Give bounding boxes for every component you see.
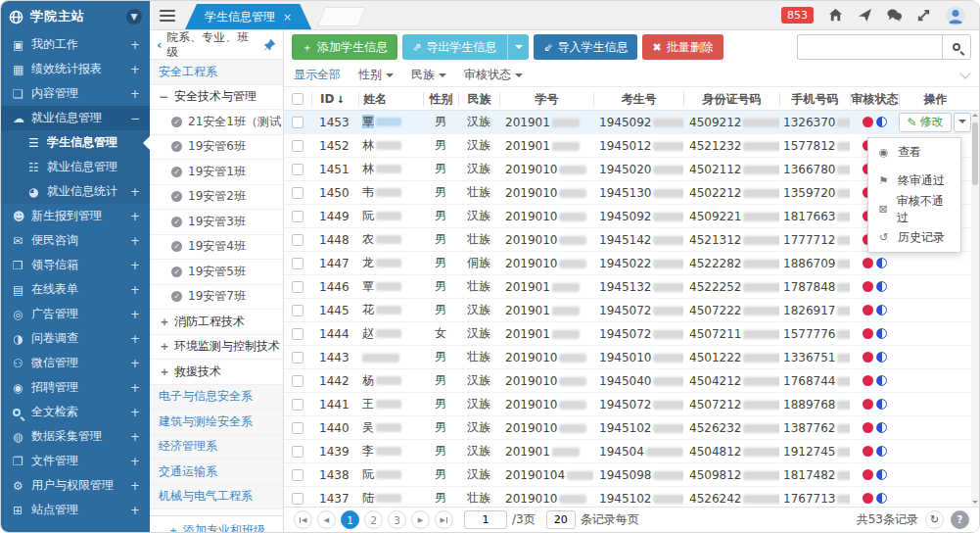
column-header[interactable]: 姓名 xyxy=(358,92,423,106)
tree-item-dept[interactable]: 电子与信息安全系 xyxy=(150,385,283,411)
sidebar-item[interactable]: ❒领导信箱+ xyxy=(1,253,150,277)
expand-icon[interactable]: ＋ xyxy=(159,363,168,380)
tree-item-class[interactable]: ✓19安管6班 xyxy=(150,135,283,161)
sidebar-item[interactable]: ◎广告管理+ xyxy=(1,302,150,326)
student-name[interactable]: 阮 xyxy=(362,209,374,222)
row-checkbox[interactable] xyxy=(292,375,303,387)
row-checkbox[interactable] xyxy=(292,446,303,458)
last-page-button[interactable]: ▶ xyxy=(435,510,453,529)
sidebar-item[interactable]: ◍数据采集管理+ xyxy=(1,424,150,449)
page-button[interactable]: 1 xyxy=(341,510,359,529)
column-header[interactable]: 性别 xyxy=(423,92,458,106)
notifications-badge[interactable]: 853 xyxy=(781,7,814,24)
scrollbar-thumb[interactable] xyxy=(972,122,978,185)
user-avatar[interactable] xyxy=(946,6,965,25)
column-header[interactable]: 民族 xyxy=(458,92,499,106)
student-name[interactable]: 林 xyxy=(362,138,374,152)
row-checkbox[interactable] xyxy=(292,164,303,175)
sidebar-item[interactable]: ▤在线表单+ xyxy=(1,277,150,302)
row-checkbox[interactable] xyxy=(292,140,303,152)
tab-student-info[interactable]: 学生信息管理 × xyxy=(185,4,311,29)
modify-button[interactable]: ✎修改 xyxy=(899,113,951,132)
row-checkbox[interactable] xyxy=(292,234,303,246)
tree-item-class[interactable]: ✓19安管3班 xyxy=(150,210,283,235)
sidebar-item[interactable]: ☰学生信息管理 xyxy=(1,130,150,155)
row-checkbox[interactable] xyxy=(292,305,303,316)
tree-item-dept[interactable]: 安全工程系 xyxy=(150,60,283,85)
page-button[interactable]: 3 xyxy=(388,510,406,529)
sidebar-item[interactable]: ◕就业信息统计+ xyxy=(1,179,150,204)
help-button[interactable]: ? xyxy=(951,510,969,529)
comments-icon[interactable] xyxy=(887,8,902,23)
vertical-scrollbar[interactable] xyxy=(971,111,979,507)
sidebar-item[interactable]: ❏内容管理+ xyxy=(1,81,150,106)
tree-item-dept[interactable]: 交通运输系 xyxy=(150,460,283,485)
student-name[interactable]: 花 xyxy=(362,303,374,316)
filter-status[interactable]: 审核状态 xyxy=(464,67,523,83)
collapse-icon[interactable]: − xyxy=(159,90,168,104)
row-checkbox[interactable] xyxy=(292,469,303,481)
page-size-input[interactable] xyxy=(546,510,576,529)
filter-show-all[interactable]: 显示全部 xyxy=(294,67,341,83)
row-checkbox[interactable] xyxy=(292,493,303,505)
sidebar-item[interactable]: ☁就业信息管理− xyxy=(1,106,150,130)
column-header[interactable]: 考生号 xyxy=(593,92,683,106)
select-all-checkbox[interactable] xyxy=(292,93,303,105)
table-row[interactable]: 1446覃男壮族201901194513245222521787848 xyxy=(284,275,979,299)
table-row[interactable]: 1444赵女汉族201901194507245072111577776 xyxy=(284,322,979,346)
sidebar-item[interactable]: ☻新生报到管理+ xyxy=(1,204,150,228)
scroll-up-arrow[interactable] xyxy=(972,114,978,117)
pin-icon[interactable] xyxy=(263,38,276,51)
student-name[interactable]: 龙 xyxy=(362,256,374,269)
tab-close-icon[interactable]: × xyxy=(283,11,292,24)
search-input[interactable] xyxy=(797,34,942,60)
table-row[interactable]: 1441王男汉族2019010194507245072121889768 xyxy=(284,393,979,416)
row-checkbox[interactable] xyxy=(292,117,303,128)
table-row[interactable]: 1442杨男汉族2019010194504045042121768744 xyxy=(284,369,979,393)
tree-item-dept[interactable]: 建筑与测绘安全系 xyxy=(150,410,283,435)
row-checkbox[interactable] xyxy=(292,187,303,199)
filter-gender[interactable]: 性别 xyxy=(358,67,394,83)
table-row[interactable]: 1439李男汉族20190119450445048121912745 xyxy=(284,440,979,463)
table-row[interactable]: 1437陆男壮族2019010194510245262421767713 xyxy=(284,487,979,507)
tree-item-dept[interactable]: 经济管理系 xyxy=(150,435,283,460)
tree-item-major[interactable]: ＋环境监测与控制技术 xyxy=(150,335,283,361)
sort-desc-icon[interactable]: ↓ xyxy=(336,94,344,105)
sidebar-item[interactable]: ⊞站点管理+ xyxy=(1,498,150,522)
first-page-button[interactable]: ◀ xyxy=(294,510,312,529)
export-student-button[interactable]: ⇗ 导出学生信息 xyxy=(402,34,529,60)
student-name[interactable]: 韦 xyxy=(362,185,374,199)
table-row[interactable]: 1445花男汉族201901194507245072221826917 xyxy=(284,299,979,322)
row-checkbox[interactable] xyxy=(292,211,303,222)
sidebar-item[interactable]: ⚇微信管理+ xyxy=(1,351,150,375)
batch-delete-button[interactable]: ✖ 批量删除 xyxy=(642,34,723,60)
tree-item-major[interactable]: ＋消防工程技术 xyxy=(150,310,283,335)
page-button[interactable]: 2 xyxy=(364,510,383,529)
sidebar-item[interactable]: ◉招聘管理+ xyxy=(1,375,150,400)
sidebar-item[interactable]: ✉便民咨询+ xyxy=(1,228,150,253)
refresh-button[interactable]: ↻ xyxy=(925,510,944,529)
student-name[interactable]: 赵 xyxy=(362,326,374,340)
sidebar-item[interactable]: ☷就业信息管理 xyxy=(1,155,150,179)
student-name[interactable]: 李 xyxy=(362,444,374,458)
student-name[interactable]: 王 xyxy=(362,397,374,411)
table-row[interactable]: 1440吴男汉族2019010194510245262321387762 xyxy=(284,416,979,440)
table-row[interactable]: 1447龙男侗族2019010194502245222821886709 xyxy=(284,252,979,275)
row-checkbox[interactable] xyxy=(292,281,303,293)
row-checkbox[interactable] xyxy=(292,352,303,363)
expand-icon[interactable]: ＋ xyxy=(159,314,168,330)
expand-icon[interactable]: ＋ xyxy=(159,338,168,355)
row-menu-item[interactable]: ⊠审核不通过 xyxy=(868,195,960,223)
tree-item-class[interactable]: ✓19安管1班 xyxy=(150,160,283,185)
student-name[interactable]: 林 xyxy=(362,162,374,175)
add-student-button[interactable]: ＋ 添加学生信息 xyxy=(292,34,397,60)
row-checkbox[interactable] xyxy=(292,258,303,269)
sidebar-item[interactable]: ▣我的工作+ xyxy=(1,32,150,57)
tree-item-class[interactable]: ✓19安管4班 xyxy=(150,235,283,261)
page-number-input[interactable] xyxy=(464,510,507,529)
tree-item-class[interactable]: ✓21安全1班（测试） xyxy=(150,110,283,135)
table-row[interactable]: 1453覃男汉族201901194509245092121326370✎修改 xyxy=(284,111,979,134)
tree-item-dept[interactable]: 机械与电气工程系 xyxy=(150,485,283,510)
home-icon[interactable] xyxy=(828,8,843,23)
column-header[interactable]: 手机号码 xyxy=(779,92,850,106)
